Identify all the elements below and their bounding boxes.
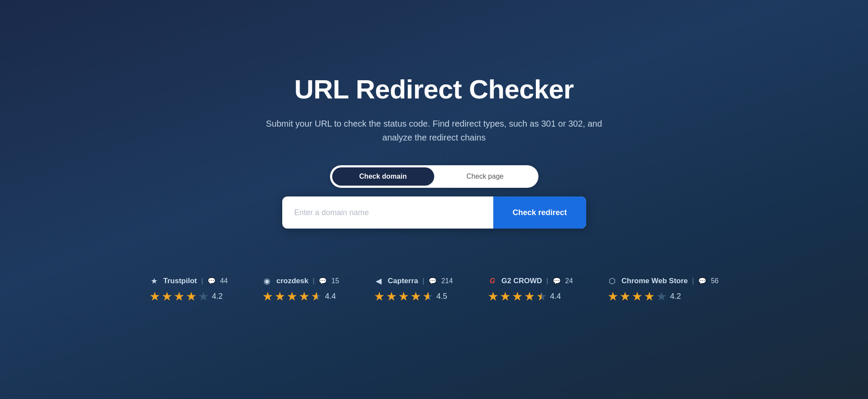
rating-crozdesk: ◉ crozdesk | 💬 15 ★ ★ ★ ★ ★ 4.4 bbox=[262, 276, 339, 304]
chrome-review-icon: 💬 bbox=[698, 277, 706, 285]
ratings-section: ★ Trustpilot | 💬 44 ★ ★ ★ ★ ★ 4.2 ◉ croz… bbox=[149, 263, 719, 317]
chrome-label: Chrome Web Store bbox=[621, 277, 688, 285]
trustpilot-icon: ★ bbox=[149, 276, 159, 286]
g2crowd-score: 4.4 bbox=[550, 292, 561, 301]
rating-capterra: ◀ Capterra | 💬 214 ★ ★ ★ ★ ★ 4.5 bbox=[374, 276, 453, 304]
rating-trustpilot: ★ Trustpilot | 💬 44 ★ ★ ★ ★ ★ 4.2 bbox=[149, 276, 228, 304]
g2crowd-icon: G bbox=[488, 276, 497, 286]
crozdesk-label: crozdesk bbox=[276, 277, 308, 285]
rating-chrome: ⬡ Chrome Web Store | 💬 56 ★ ★ ★ ★ ★ 4.2 bbox=[607, 276, 719, 304]
g2crowd-stars: ★ ★ ★ ★ ★ 4.4 bbox=[488, 289, 561, 304]
capterra-count: 214 bbox=[441, 277, 453, 285]
g2crowd-label: G2 CROWD bbox=[502, 277, 542, 285]
capterra-stars: ★ ★ ★ ★ ★ 4.5 bbox=[374, 289, 447, 304]
hero-section: URL Redirect Checker Submit your URL to … bbox=[0, 48, 868, 351]
trustpilot-review-icon: 💬 bbox=[208, 277, 216, 285]
crozdesk-stars: ★ ★ ★ ★ ★ 4.4 bbox=[262, 289, 336, 304]
tab-switcher: Check domain Check page bbox=[330, 165, 538, 188]
domain-input[interactable] bbox=[282, 196, 494, 229]
page-subtitle: Submit your URL to check the status code… bbox=[265, 117, 604, 144]
capterra-icon: ◀ bbox=[374, 276, 383, 286]
capterra-review-icon: 💬 bbox=[429, 277, 437, 285]
chrome-score: 4.2 bbox=[670, 292, 681, 301]
tab-check-domain[interactable]: Check domain bbox=[332, 167, 434, 186]
crozdesk-icon: ◉ bbox=[262, 276, 272, 286]
trustpilot-count: 44 bbox=[220, 277, 228, 285]
url-input-container: Check redirect bbox=[282, 196, 586, 229]
trustpilot-label: Trustpilot bbox=[163, 277, 197, 285]
trustpilot-stars: ★ ★ ★ ★ ★ 4.2 bbox=[149, 289, 223, 304]
capterra-score: 4.5 bbox=[436, 292, 447, 301]
chrome-stars: ★ ★ ★ ★ ★ 4.2 bbox=[607, 289, 681, 304]
crozdesk-count: 15 bbox=[331, 277, 339, 285]
chrome-icon: ⬡ bbox=[607, 276, 617, 286]
page-title: URL Redirect Checker bbox=[294, 74, 574, 105]
tab-check-page[interactable]: Check page bbox=[434, 167, 536, 186]
chrome-count: 56 bbox=[711, 277, 719, 285]
trustpilot-score: 4.2 bbox=[212, 292, 223, 301]
check-redirect-button[interactable]: Check redirect bbox=[493, 196, 586, 229]
crozdesk-review-icon: 💬 bbox=[319, 277, 327, 285]
g2crowd-review-icon: 💬 bbox=[553, 277, 561, 285]
capterra-label: Capterra bbox=[388, 277, 418, 285]
rating-g2crowd: G G2 CROWD | 💬 24 ★ ★ ★ ★ ★ 4.4 bbox=[488, 276, 573, 304]
crozdesk-score: 4.4 bbox=[325, 292, 336, 301]
g2crowd-count: 24 bbox=[565, 277, 573, 285]
